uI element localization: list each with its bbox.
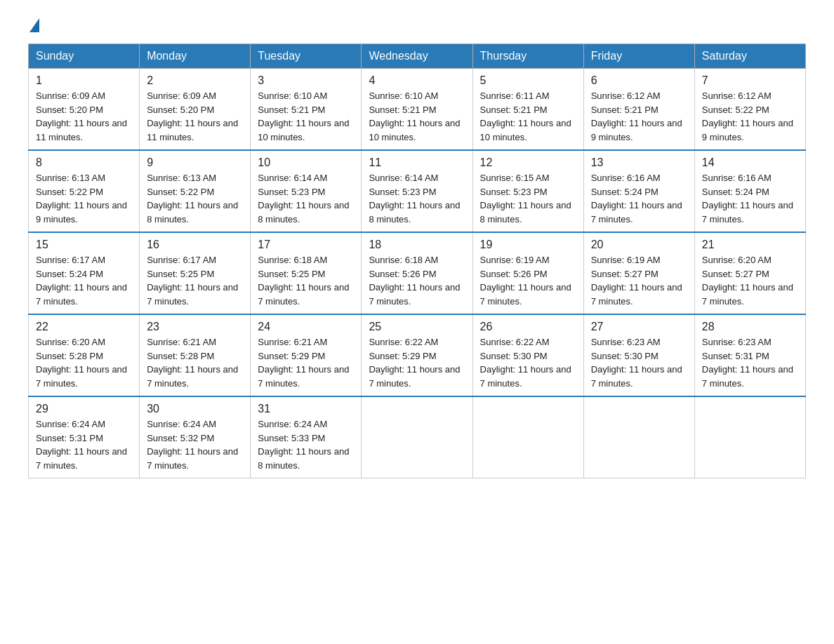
calendar-cell: 20 Sunrise: 6:19 AMSunset: 5:27 PMDaylig… xyxy=(583,232,694,314)
day-info: Sunrise: 6:23 AMSunset: 5:30 PMDaylight:… xyxy=(591,337,682,389)
calendar-week-1: 1 Sunrise: 6:09 AMSunset: 5:20 PMDayligh… xyxy=(29,69,806,151)
calendar-cell: 6 Sunrise: 6:12 AMSunset: 5:21 PMDayligh… xyxy=(583,69,694,151)
day-number: 4 xyxy=(369,74,465,87)
day-number: 22 xyxy=(36,321,132,333)
day-header-friday: Friday xyxy=(583,44,694,69)
day-info: Sunrise: 6:09 AMSunset: 5:20 PMDaylight:… xyxy=(147,90,238,142)
day-number: 3 xyxy=(258,74,354,87)
day-number: 24 xyxy=(258,321,354,333)
day-info: Sunrise: 6:09 AMSunset: 5:20 PMDaylight:… xyxy=(36,90,127,142)
calendar-cell: 13 Sunrise: 6:16 AMSunset: 5:24 PMDaylig… xyxy=(583,150,694,232)
day-number: 18 xyxy=(369,239,465,251)
calendar-cell: 31 Sunrise: 6:24 AMSunset: 5:33 PMDaylig… xyxy=(251,396,362,478)
calendar-cell: 16 Sunrise: 6:17 AMSunset: 5:25 PMDaylig… xyxy=(140,232,251,314)
day-info: Sunrise: 6:11 AMSunset: 5:21 PMDaylight:… xyxy=(480,90,571,142)
day-info: Sunrise: 6:13 AMSunset: 5:22 PMDaylight:… xyxy=(36,173,127,224)
day-number: 1 xyxy=(36,74,132,87)
day-number: 17 xyxy=(258,239,354,251)
day-number: 16 xyxy=(147,239,243,251)
day-info: Sunrise: 6:10 AMSunset: 5:21 PMDaylight:… xyxy=(258,90,349,142)
day-number: 27 xyxy=(591,321,687,333)
calendar-cell: 25 Sunrise: 6:22 AMSunset: 5:29 PMDaylig… xyxy=(362,314,472,396)
day-number: 14 xyxy=(702,156,798,169)
calendar-cell: 10 Sunrise: 6:14 AMSunset: 5:23 PMDaylig… xyxy=(251,150,362,232)
day-info: Sunrise: 6:20 AMSunset: 5:27 PMDaylight:… xyxy=(702,255,793,307)
calendar-cell: 19 Sunrise: 6:19 AMSunset: 5:26 PMDaylig… xyxy=(472,232,583,314)
day-info: Sunrise: 6:13 AMSunset: 5:22 PMDaylight:… xyxy=(147,173,238,224)
day-number: 15 xyxy=(36,239,132,251)
day-number: 6 xyxy=(591,74,687,87)
calendar-cell: 26 Sunrise: 6:22 AMSunset: 5:30 PMDaylig… xyxy=(472,314,583,396)
day-number: 25 xyxy=(369,321,465,333)
calendar-cell: 14 Sunrise: 6:16 AMSunset: 5:24 PMDaylig… xyxy=(694,150,805,232)
day-info: Sunrise: 6:23 AMSunset: 5:31 PMDaylight:… xyxy=(702,337,793,389)
logo-arrow-icon xyxy=(29,18,39,32)
day-number: 20 xyxy=(591,239,687,251)
calendar-cell: 15 Sunrise: 6:17 AMSunset: 5:24 PMDaylig… xyxy=(29,232,140,314)
day-info: Sunrise: 6:24 AMSunset: 5:33 PMDaylight:… xyxy=(258,419,349,471)
day-number: 7 xyxy=(702,74,798,87)
day-number: 12 xyxy=(480,156,576,169)
day-info: Sunrise: 6:24 AMSunset: 5:31 PMDaylight:… xyxy=(36,419,127,471)
day-info: Sunrise: 6:16 AMSunset: 5:24 PMDaylight:… xyxy=(702,173,793,224)
day-number: 21 xyxy=(702,239,798,251)
calendar-week-5: 29 Sunrise: 6:24 AMSunset: 5:31 PMDaylig… xyxy=(29,396,806,478)
calendar-cell: 8 Sunrise: 6:13 AMSunset: 5:22 PMDayligh… xyxy=(29,150,140,232)
calendar-cell: 9 Sunrise: 6:13 AMSunset: 5:22 PMDayligh… xyxy=(140,150,251,232)
calendar-cell: 27 Sunrise: 6:23 AMSunset: 5:30 PMDaylig… xyxy=(583,314,694,396)
day-info: Sunrise: 6:12 AMSunset: 5:22 PMDaylight:… xyxy=(702,90,793,142)
day-info: Sunrise: 6:22 AMSunset: 5:30 PMDaylight:… xyxy=(480,337,571,389)
day-header-thursday: Thursday xyxy=(472,44,583,69)
day-info: Sunrise: 6:24 AMSunset: 5:32 PMDaylight:… xyxy=(147,419,238,471)
calendar-cell: 5 Sunrise: 6:11 AMSunset: 5:21 PMDayligh… xyxy=(472,69,583,151)
logo xyxy=(28,21,39,29)
day-info: Sunrise: 6:16 AMSunset: 5:24 PMDaylight:… xyxy=(591,173,682,224)
calendar-cell xyxy=(472,396,583,478)
calendar-table: SundayMondayTuesdayWednesdayThursdayFrid… xyxy=(28,43,806,478)
day-header-tuesday: Tuesday xyxy=(251,44,362,69)
day-number: 19 xyxy=(480,239,576,251)
calendar-cell: 24 Sunrise: 6:21 AMSunset: 5:29 PMDaylig… xyxy=(251,314,362,396)
calendar-cell: 21 Sunrise: 6:20 AMSunset: 5:27 PMDaylig… xyxy=(694,232,805,314)
calendar-week-4: 22 Sunrise: 6:20 AMSunset: 5:28 PMDaylig… xyxy=(29,314,806,396)
day-info: Sunrise: 6:21 AMSunset: 5:28 PMDaylight:… xyxy=(147,337,238,389)
calendar-cell: 4 Sunrise: 6:10 AMSunset: 5:21 PMDayligh… xyxy=(362,69,472,151)
calendar-cell: 7 Sunrise: 6:12 AMSunset: 5:22 PMDayligh… xyxy=(694,69,805,151)
day-number: 26 xyxy=(480,321,576,333)
calendar-cell: 17 Sunrise: 6:18 AMSunset: 5:25 PMDaylig… xyxy=(251,232,362,314)
day-info: Sunrise: 6:17 AMSunset: 5:24 PMDaylight:… xyxy=(36,255,127,307)
day-number: 11 xyxy=(369,156,465,169)
day-info: Sunrise: 6:10 AMSunset: 5:21 PMDaylight:… xyxy=(369,90,460,142)
day-number: 8 xyxy=(36,156,132,169)
calendar-cell: 18 Sunrise: 6:18 AMSunset: 5:26 PMDaylig… xyxy=(362,232,472,314)
day-info: Sunrise: 6:17 AMSunset: 5:25 PMDaylight:… xyxy=(147,255,238,307)
day-number: 2 xyxy=(147,74,243,87)
calendar-header: SundayMondayTuesdayWednesdayThursdayFrid… xyxy=(29,44,806,69)
logo-top xyxy=(28,21,39,32)
day-header-wednesday: Wednesday xyxy=(362,44,472,69)
day-info: Sunrise: 6:19 AMSunset: 5:26 PMDaylight:… xyxy=(480,255,571,307)
days-of-week-row: SundayMondayTuesdayWednesdayThursdayFrid… xyxy=(29,44,806,69)
calendar-body: 1 Sunrise: 6:09 AMSunset: 5:20 PMDayligh… xyxy=(29,69,806,478)
calendar-cell: 28 Sunrise: 6:23 AMSunset: 5:31 PMDaylig… xyxy=(694,314,805,396)
day-header-sunday: Sunday xyxy=(29,44,140,69)
calendar-cell: 29 Sunrise: 6:24 AMSunset: 5:31 PMDaylig… xyxy=(29,396,140,478)
calendar-cell xyxy=(583,396,694,478)
day-number: 10 xyxy=(258,156,354,169)
day-number: 5 xyxy=(480,74,576,87)
day-info: Sunrise: 6:14 AMSunset: 5:23 PMDaylight:… xyxy=(258,173,349,224)
calendar-week-2: 8 Sunrise: 6:13 AMSunset: 5:22 PMDayligh… xyxy=(29,150,806,232)
calendar-cell xyxy=(694,396,805,478)
day-number: 28 xyxy=(702,321,798,333)
day-info: Sunrise: 6:20 AMSunset: 5:28 PMDaylight:… xyxy=(36,337,127,389)
calendar-cell xyxy=(362,396,472,478)
day-number: 13 xyxy=(591,156,687,169)
calendar-cell: 23 Sunrise: 6:21 AMSunset: 5:28 PMDaylig… xyxy=(140,314,251,396)
calendar-cell: 3 Sunrise: 6:10 AMSunset: 5:21 PMDayligh… xyxy=(251,69,362,151)
day-info: Sunrise: 6:14 AMSunset: 5:23 PMDaylight:… xyxy=(369,173,460,224)
day-number: 30 xyxy=(147,403,243,415)
calendar-week-3: 15 Sunrise: 6:17 AMSunset: 5:24 PMDaylig… xyxy=(29,232,806,314)
day-number: 23 xyxy=(147,321,243,333)
calendar-cell: 1 Sunrise: 6:09 AMSunset: 5:20 PMDayligh… xyxy=(29,69,140,151)
day-info: Sunrise: 6:18 AMSunset: 5:26 PMDaylight:… xyxy=(369,255,460,307)
